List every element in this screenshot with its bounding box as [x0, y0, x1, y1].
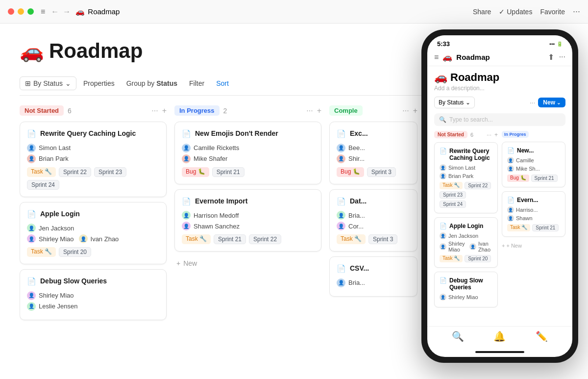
card-title: Dat...	[350, 197, 367, 206]
phone-search-nav-icon[interactable]: 🔍	[452, 330, 464, 342]
column-not-started: Not Started 6 ··· + 📄 Rewrite Query Cach…	[20, 105, 167, 379]
phone-person-2: 👤 Shirley Miao 👤 Ivan Zhao	[440, 241, 492, 253]
phone-avatar: 👤	[440, 232, 446, 239]
card-doc-icon: 📄	[182, 197, 191, 206]
fullscreen-button[interactable]	[27, 8, 34, 15]
phone-header: ≡ 🚗 Roadmap ⬆ ···	[427, 49, 572, 66]
chevron-down-icon: ⌄	[65, 79, 71, 87]
phone-card-doc-icon: 📄	[440, 148, 447, 154]
person-name: Jen Jackson	[39, 225, 74, 232]
phone-card-new-emojis[interactable]: 📄 New... 👤 Camille 👤 Mike Sh... Bug	[502, 142, 565, 187]
phone-person-1: 👤 Camille	[507, 157, 560, 164]
phone-person-name: Simon Last	[448, 165, 475, 171]
phone-search[interactable]: 🔍 Type to search...	[434, 113, 565, 126]
avatar: 👤	[182, 154, 191, 163]
card-title: Apple Login	[40, 209, 80, 219]
card-dat[interactable]: 📄 Dat... 👤 Bria... 👤 Cor... Task 🔧 Sprin…	[329, 189, 417, 252]
person-name: Bria...	[348, 279, 365, 286]
card-person-1: 👤 Camille Ricketts	[182, 144, 314, 152]
phone-card-apple-login[interactable]: 📄 Apple Login 👤 Jen Jackson 👤 Shirley Mi…	[434, 217, 498, 268]
share-button[interactable]: Share	[473, 8, 491, 16]
menu-icon[interactable]: ≡	[41, 7, 45, 16]
phone-in-progress-col: In Progres 📄 New... 👤 Camille	[502, 131, 565, 311]
phone-home-indicator-wrapper	[427, 349, 572, 357]
phone-title-emoji: 🚗	[434, 71, 447, 84]
column-add-complete[interactable]: +	[413, 106, 417, 115]
phone-notifications-icon[interactable]: 🔔	[493, 330, 506, 342]
phone-chevron-icon: ⌄	[466, 99, 470, 106]
phone-card-debug[interactable]: 📄 Debug Slow Queries 👤 Shirley Miao	[434, 272, 498, 307]
phone-share-icon[interactable]: ⬆	[548, 52, 554, 62]
sort-button[interactable]: Sort	[211, 77, 234, 90]
card-rewrite-query[interactable]: 📄 Rewrite Query Caching Logic 👤 Simon La…	[20, 122, 167, 197]
card-title: Rewrite Query Caching Logic	[40, 129, 136, 139]
column-more-complete[interactable]: ···	[402, 106, 409, 115]
phone-menu-icon[interactable]: ≡	[434, 53, 439, 62]
card-new-emojis[interactable]: 📄 New Emojis Don't Render 👤 Camille Rick…	[174, 122, 321, 184]
person-name: Brian Park	[39, 155, 69, 162]
card-doc-icon: 📄	[337, 264, 346, 273]
phone-new-button[interactable]: New ⌄	[538, 98, 565, 107]
card-tags: Task 🔧 Sprint 20	[27, 247, 159, 257]
card-exc[interactable]: 📄 Exc... 👤 Bee... 👤 Shir... Bug 🐛 Sprint…	[329, 122, 417, 184]
card-tags: Task 🔧 Sprint 21 Sprint 22	[182, 234, 314, 244]
card-debug-slow[interactable]: 📄 Debug Slow Queries 👤 Shirley Miao 👤 Le…	[20, 269, 167, 320]
card-person-1: 👤 Shirley Miao	[27, 291, 159, 300]
phone-card-evernote[interactable]: 📄 Evern... 👤 Harriso... 👤 Shawn Tas	[502, 191, 565, 237]
avatar: 👤	[182, 211, 191, 220]
close-button[interactable]	[8, 8, 14, 15]
card-doc-icon: 📄	[182, 129, 191, 138]
card-apple-login[interactable]: 📄 Apple Login 👤 Jen Jackson 👤 Shirley Mi…	[20, 202, 167, 265]
status-badge-in-progress: In Progress	[174, 105, 220, 116]
status-badge-complete: Comple	[329, 105, 363, 116]
card-csv[interactable]: 📄 CSV... 👤 Bria...	[329, 256, 417, 297]
phone-not-started-add[interactable]: +	[494, 131, 498, 138]
view-label: By Status	[33, 79, 63, 87]
phone-status-filter[interactable]: By Status ⌄	[434, 97, 475, 108]
column-add-in-progress[interactable]: +	[317, 106, 321, 115]
card-title: New Emojis Don't Render	[195, 129, 278, 139]
phone-card-doc-icon: 📄	[507, 197, 514, 203]
forward-arrow[interactable]: →	[63, 7, 71, 16]
person-name: Mike Shafer	[194, 155, 227, 162]
title-bar-actions: Share ✓ Updates Favorite ···	[473, 6, 580, 17]
phone-toolbar-more[interactable]: ···	[530, 99, 536, 106]
column-count-in-progress: 2	[223, 107, 227, 115]
column-actions-in-progress: ··· +	[306, 106, 321, 115]
phone-tag-bug: Bug 🐛	[507, 175, 529, 182]
phone-avatar: 👤	[440, 164, 446, 171]
filter-button[interactable]: Filter	[184, 77, 209, 90]
phone-not-started-more[interactable]: ···	[487, 131, 491, 138]
properties-button[interactable]: Properties	[78, 77, 120, 90]
column-more-not-started[interactable]: ···	[151, 106, 158, 115]
card-tags: Bug 🐛 Sprint 3	[337, 167, 410, 177]
tag-sprint-20: Sprint 20	[59, 247, 91, 257]
avatar: 👤	[27, 144, 36, 152]
group-by-button[interactable]: Group by Status	[122, 77, 182, 90]
phone-search-icon: 🔍	[439, 116, 446, 123]
column-header-complete: Comple ··· +	[329, 105, 417, 116]
person-name-2: Shirley Miao	[39, 235, 74, 243]
minimize-button[interactable]	[18, 8, 24, 15]
favorite-button[interactable]: Favorite	[540, 8, 565, 16]
phone-compose-icon[interactable]: ✏️	[536, 330, 548, 342]
column-add-not-started[interactable]: +	[162, 106, 167, 115]
page-title: Roadmap	[49, 39, 143, 63]
person-name: Harrison Medoff	[194, 212, 239, 219]
avatar: 👤	[337, 278, 345, 287]
add-new-in-progress[interactable]: + New	[174, 256, 321, 270]
phone-card-doc-icon: 📄	[440, 223, 447, 229]
phone-more-icon[interactable]: ···	[559, 52, 565, 62]
phone-description[interactable]: Add a description...	[434, 85, 565, 92]
card-person-1: 👤 Bria...	[337, 211, 410, 220]
title-bar: ≡ ← → 🚗 Roadmap Share ✓ Updates Favorite…	[0, 0, 588, 24]
phone-add-new[interactable]: + + New	[502, 241, 565, 251]
card-evernote-import[interactable]: 📄 Evernote Import 👤 Harrison Medoff 👤 Sh…	[174, 189, 321, 252]
column-more-in-progress[interactable]: ···	[306, 106, 313, 115]
back-arrow[interactable]: ←	[51, 7, 59, 16]
updates-button[interactable]: ✓ Updates	[499, 8, 532, 16]
more-options-icon[interactable]: ···	[573, 6, 580, 17]
phone-card-rewrite-query[interactable]: 📄 Rewrite Query Caching Logic 👤 Simon La…	[434, 142, 498, 213]
view-selector-button[interactable]: ⊞ By Status ⌄	[20, 76, 76, 90]
phone-person-name: Jen Jackson	[448, 233, 478, 239]
